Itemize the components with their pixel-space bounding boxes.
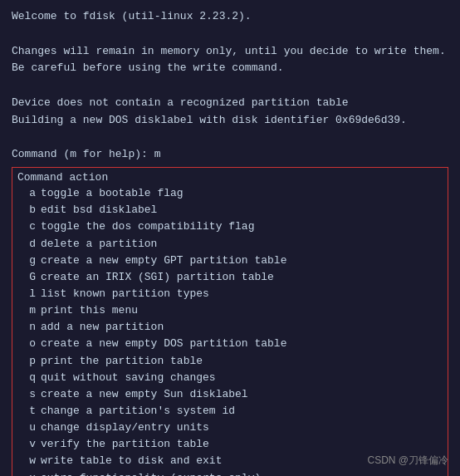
command-prompt-input: Command (m for help): m	[12, 146, 448, 164]
command-action-box: Command action atoggle a bootable flagbe…	[12, 167, 448, 476]
cmd-key: u	[17, 420, 41, 436]
cmd-desc: change a partition's system id	[41, 403, 235, 420]
intro-line1: Welcome to fdisk (util-linux 2.23.2).	[12, 8, 448, 26]
command-row: uchange display/entry units	[17, 420, 443, 436]
intro-section: Welcome to fdisk (util-linux 2.23.2). Ch…	[12, 8, 448, 164]
command-row: llist known partition types	[17, 286, 443, 302]
command-row: nadd a new partition	[17, 319, 443, 336]
cmd-key: l	[17, 286, 41, 302]
cmd-desc: create a new empty Sun disklabel	[41, 386, 248, 403]
cmd-desc: verify the partition table	[41, 436, 209, 453]
command-row: ocreate a new empty DOS partition table	[17, 336, 443, 352]
command-row: vverify the partition table	[17, 436, 443, 453]
cmd-key: s	[17, 386, 41, 403]
command-row: Gcreate an IRIX (SGI) partition table	[17, 269, 443, 286]
cmd-desc: print this menu	[41, 302, 138, 319]
cmd-key: w	[17, 453, 41, 469]
command-row: gcreate a new empty GPT partition table	[17, 253, 443, 269]
cmd-key: c	[17, 218, 41, 235]
command-row: ddelete a partition	[17, 236, 443, 253]
command-row: qquit without saving changes	[17, 370, 443, 386]
terminal: Welcome to fdisk (util-linux 2.23.2). Ch…	[0, 0, 460, 476]
cmd-key: m	[17, 302, 41, 319]
command-row: bedit bsd disklabel	[17, 202, 443, 218]
cmd-desc: toggle the dos compatibility flag	[41, 218, 254, 235]
cmd-key: t	[17, 403, 41, 420]
watermark: CSDN @刀锋偏冷	[367, 454, 448, 468]
cmd-key: d	[17, 236, 41, 253]
cmd-desc: list known partition types	[41, 286, 209, 302]
intro-line3: Changes will remain in memory only, unti…	[12, 43, 448, 61]
command-list: atoggle a bootable flagbedit bsd disklab…	[17, 185, 443, 476]
cmd-key: b	[17, 202, 41, 218]
cmd-key: G	[17, 269, 41, 286]
cmd-desc: change display/entry units	[41, 420, 209, 436]
cmd-key: v	[17, 436, 41, 453]
cmd-desc: create a new empty DOS partition table	[41, 336, 286, 352]
cmd-key: q	[17, 370, 41, 386]
command-row: xextra functionality (experts only)	[17, 470, 443, 476]
cmd-desc: extra functionality (experts only)	[41, 470, 261, 476]
cmd-key: a	[17, 185, 41, 202]
cmd-desc: create an IRIX (SGI) partition table	[41, 269, 274, 286]
command-action-title: Command action	[17, 171, 443, 184]
cmd-key: g	[17, 253, 41, 269]
cmd-desc: quit without saving changes	[41, 370, 216, 386]
cmd-key: n	[17, 319, 41, 336]
cmd-key: x	[17, 470, 41, 476]
cmd-desc: delete a partition	[41, 236, 157, 253]
command-row: ctoggle the dos compatibility flag	[17, 218, 443, 235]
cmd-key: o	[17, 336, 41, 352]
cmd-desc: write table to disk and exit	[41, 453, 222, 469]
command-row: mprint this menu	[17, 302, 443, 319]
cmd-key: p	[17, 353, 41, 370]
cmd-desc: create a new empty GPT partition table	[41, 253, 286, 269]
cmd-desc: edit bsd disklabel	[41, 202, 157, 218]
cmd-desc: print the partition table	[41, 353, 203, 370]
intro-line7: Building a new DOS disklabel with disk i…	[12, 112, 448, 130]
command-row: atoggle a bootable flag	[17, 185, 443, 202]
command-row: screate a new empty Sun disklabel	[17, 386, 443, 403]
intro-line4: Be careful before using the write comman…	[12, 60, 448, 77]
intro-line6: Device does not contain a recognized par…	[12, 95, 448, 112]
cmd-desc: add a new partition	[41, 319, 164, 336]
command-row: tchange a partition's system id	[17, 403, 443, 420]
command-row: pprint the partition table	[17, 353, 443, 370]
cmd-desc: toggle a bootable flag	[41, 185, 184, 202]
